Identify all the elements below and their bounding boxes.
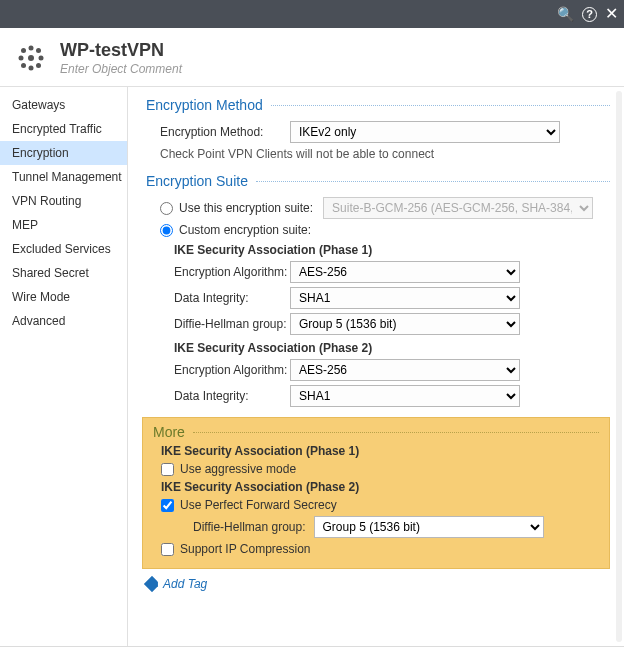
- sidebar-item-gateways[interactable]: Gateways: [0, 93, 127, 117]
- object-comment-placeholder[interactable]: Enter Object Comment: [60, 62, 182, 76]
- encryption-method-label: Encryption Method:: [160, 125, 290, 139]
- p1-alg-label: Encryption Algorithm:: [174, 265, 290, 279]
- sidebar: Gateways Encrypted Traffic Encryption Tu…: [0, 87, 128, 646]
- tag-icon: [144, 576, 161, 593]
- p1-alg-combo[interactable]: AES-256: [290, 261, 520, 283]
- object-title: WP-testVPN: [60, 40, 182, 61]
- radio-preset-label: Use this encryption suite:: [179, 201, 313, 215]
- svg-point-2: [29, 66, 34, 71]
- encryption-method-combo[interactable]: IKEv2 only: [290, 121, 560, 143]
- sidebar-item-vpn-routing[interactable]: VPN Routing: [0, 189, 127, 213]
- svg-point-8: [36, 63, 41, 68]
- ipcomp-checkbox[interactable]: [161, 543, 174, 556]
- sidebar-item-shared-secret[interactable]: Shared Secret: [0, 261, 127, 285]
- more-p1-heading: IKE Security Association (Phase 1): [161, 444, 599, 458]
- sidebar-item-wire-mode[interactable]: Wire Mode: [0, 285, 127, 309]
- more-title-text: More: [153, 424, 185, 440]
- pfs-checkbox[interactable]: [161, 499, 174, 512]
- aggressive-mode-checkbox[interactable]: [161, 463, 174, 476]
- svg-point-1: [29, 46, 34, 51]
- p2-int-label: Data Integrity:: [174, 389, 290, 403]
- sidebar-item-encryption[interactable]: Encryption: [0, 141, 127, 165]
- radio-custom-suite[interactable]: [160, 224, 173, 237]
- content-pane: Encryption Method Encryption Method: IKE…: [128, 87, 624, 646]
- p2-alg-label: Encryption Algorithm:: [174, 363, 290, 377]
- mesh-icon: [16, 43, 46, 73]
- phase1-heading: IKE Security Association (Phase 1): [174, 243, 610, 257]
- titlebar: 🔍 ? ✕: [0, 0, 624, 28]
- more-p2-heading: IKE Security Association (Phase 2): [161, 480, 599, 494]
- add-tag-label: Add Tag: [163, 577, 207, 591]
- section-encryption-suite: Encryption Suite: [146, 173, 610, 189]
- pfs-dh-label: Diffie-Hellman group:: [193, 520, 306, 534]
- add-tag-link[interactable]: Add Tag: [146, 577, 610, 591]
- encryption-method-note: Check Point VPN Clients will not be able…: [160, 147, 610, 161]
- sidebar-item-advanced[interactable]: Advanced: [0, 309, 127, 333]
- ipcomp-label: Support IP Compression: [180, 542, 311, 556]
- aggressive-mode-label: Use aggressive mode: [180, 462, 296, 476]
- p2-alg-combo[interactable]: AES-256: [290, 359, 520, 381]
- p1-dh-label: Diffie-Hellman group:: [174, 317, 290, 331]
- pfs-label: Use Perfect Forward Secrecy: [180, 498, 337, 512]
- section-encryption-method: Encryption Method: [146, 97, 610, 113]
- p1-dh-combo[interactable]: Group 5 (1536 bit): [290, 313, 520, 335]
- sidebar-item-tunnel-management[interactable]: Tunnel Management: [0, 165, 127, 189]
- preset-suite-combo: Suite-B-GCM-256 (AES-GCM-256, SHA-384, E…: [323, 197, 593, 219]
- svg-point-4: [39, 56, 44, 61]
- close-icon[interactable]: ✕: [605, 6, 618, 22]
- p1-int-label: Data Integrity:: [174, 291, 290, 305]
- svg-point-7: [21, 63, 26, 68]
- sidebar-item-excluded-services[interactable]: Excluded Services: [0, 237, 127, 261]
- p2-int-combo[interactable]: SHA1: [290, 385, 520, 407]
- search-icon[interactable]: 🔍: [557, 7, 574, 21]
- sidebar-item-mep[interactable]: MEP: [0, 213, 127, 237]
- more-title: More: [153, 424, 599, 440]
- svg-point-3: [19, 56, 24, 61]
- help-icon[interactable]: ?: [582, 7, 597, 22]
- phase2-heading: IKE Security Association (Phase 2): [174, 341, 610, 355]
- radio-preset-suite[interactable]: [160, 202, 173, 215]
- sidebar-item-encrypted-traffic[interactable]: Encrypted Traffic: [0, 117, 127, 141]
- dialog-header: WP-testVPN Enter Object Comment: [0, 28, 624, 86]
- dialog-footer: OK Cancel: [0, 646, 624, 653]
- dialog-body: Gateways Encrypted Traffic Encryption Tu…: [0, 86, 624, 646]
- svg-point-0: [28, 55, 34, 61]
- svg-point-6: [36, 48, 41, 53]
- section-title-text: Encryption Suite: [146, 173, 248, 189]
- more-section: More IKE Security Association (Phase 1) …: [142, 417, 610, 569]
- section-title-text: Encryption Method: [146, 97, 263, 113]
- scrollbar[interactable]: [616, 91, 622, 642]
- p1-int-combo[interactable]: SHA1: [290, 287, 520, 309]
- pfs-dh-combo[interactable]: Group 5 (1536 bit): [314, 516, 544, 538]
- svg-point-5: [21, 48, 26, 53]
- radio-custom-label: Custom encryption suite:: [179, 223, 311, 237]
